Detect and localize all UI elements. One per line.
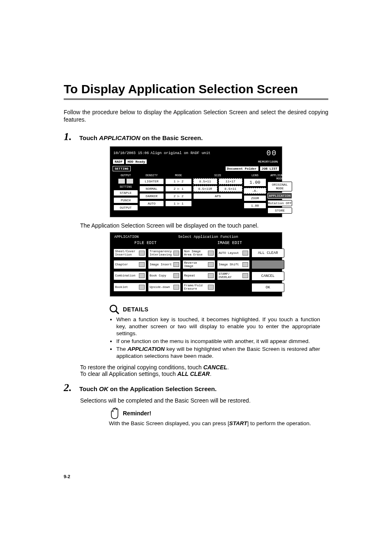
lens-ratio: 1.00 — [244, 178, 266, 187]
btn-size-3[interactable]: 8.5×11R — [193, 186, 217, 192]
header-image-edit: IMAGE EDIT — [179, 240, 280, 246]
btn-booklet[interactable]: Booklet — [113, 283, 146, 292]
col-lens: LENS 1.00 -A- ZOOM 1.00 — [244, 174, 266, 214]
btn-combination[interactable]: Combination — [113, 271, 146, 280]
col-mode: MODE 1 ▷ 2 2 ▷ 1 2 ▷ 2 1 ▷ 1 — [165, 174, 192, 214]
btn-size-2[interactable]: 11×17 — [219, 178, 243, 184]
btn-auto-layout[interactable]: AUTO Layout — [217, 249, 250, 258]
btn-reverse-image[interactable]: Reverse Image — [182, 260, 215, 269]
label-setting: SETTING — [113, 185, 138, 189]
btn-all-clear[interactable]: ALL CLEAR — [251, 249, 284, 258]
col-density: DENSITY LIGHTER NORMAL DARKER AUTO — [139, 174, 164, 214]
hand-icon — [109, 407, 120, 419]
tab-document-folder[interactable]: Document Folder — [225, 166, 259, 171]
btn-stamp-overlay[interactable]: STAMP/ OVERLAY — [217, 271, 250, 280]
magnifier-icon — [109, 304, 120, 315]
btn-application[interactable]: APPLICATION — [267, 193, 292, 199]
step-2-sub: Selections will be completed and the Bas… — [80, 397, 328, 404]
all-clear-keyword: ALL CLEAR — [178, 371, 210, 377]
bs-top-bar: 10/10/2003 15:06 Align original on RADF … — [112, 148, 280, 158]
btn-ok[interactable]: OK — [251, 283, 284, 292]
reminder-label: Reminder! — [123, 410, 151, 417]
tab-setting[interactable]: SETTING — [113, 166, 131, 171]
btn-punch[interactable]: PUNCH — [113, 197, 138, 203]
btn-lighter[interactable]: LIGHTER — [139, 178, 164, 184]
btn-mode-2-2[interactable]: 2 ▷ 2 — [165, 193, 192, 199]
btn-cancel[interactable]: CANCEL — [251, 272, 284, 281]
app-selection-screen-figure: APPLICATION Select Application Function … — [110, 232, 282, 297]
details-label: DETAILS — [123, 306, 148, 313]
step-2-number: 2. — [64, 382, 75, 394]
btn-original-mode[interactable]: ORIGINAL MODE — [267, 182, 292, 191]
bs-tab-row: RADF HDD Ready MEMORY100% — [112, 158, 280, 165]
page-title: To Display Application Selection Screen — [64, 82, 328, 96]
btn-mode-1-2[interactable]: 1 ▷ 2 — [165, 178, 192, 184]
label-mode: MODE — [165, 174, 192, 177]
step-1-number: 1. — [64, 131, 75, 143]
btn-transparency-interleaving[interactable]: Transparency Interleaving — [148, 249, 181, 258]
btn-normal[interactable]: NORMAL — [139, 186, 164, 192]
tab-job-list[interactable]: JOB LIST — [260, 166, 279, 171]
title-rule — [64, 99, 328, 100]
bs-tab-row-2: SETTING Document Folder JOB LIST — [112, 165, 280, 172]
btn-aps[interactable]: APS — [193, 193, 242, 199]
col-output: OUTPUT SETTING STAPLE PUNCH OUTPUT — [113, 174, 138, 214]
btn-staple[interactable]: STAPLE — [113, 190, 138, 196]
col-right: APPLICATION MODE ORIGINAL MODE APPLICATI… — [267, 174, 292, 214]
cancel-keyword: CANCEL — [203, 364, 227, 371]
btn-size-4[interactable]: 8.5×11 — [219, 186, 243, 192]
btn-rotation-off[interactable]: Rotation OFF — [267, 200, 292, 206]
btn-size-1[interactable]: 8.5×11 — [193, 178, 217, 184]
btn-frame-fold-erasure[interactable]: Frame/Fold Erasure — [182, 283, 215, 292]
btn-image-shift[interactable]: Image Shift — [217, 260, 250, 269]
btn-lens-ratio2[interactable]: 1.00 — [244, 203, 266, 209]
empty-cell — [217, 283, 250, 292]
btn-upside-down[interactable]: Upside-down — [148, 283, 181, 292]
label-size: SIZE — [193, 174, 242, 177]
bs-message: Align original on RADF unit — [149, 150, 266, 156]
output-icons — [113, 178, 138, 184]
detail-bullet-2: If one function on the menu is incompati… — [116, 338, 320, 345]
btn-zoom[interactable]: ZOOM — [244, 195, 266, 201]
bs-counter: 00 — [266, 149, 279, 157]
as-title-center: Select Application Function — [178, 235, 238, 239]
label-output: OUTPUT — [113, 174, 138, 177]
detail-bullet-3: The APPLICATION key will be highlighted … — [116, 346, 320, 360]
btn-sheet-cover-insertion[interactable]: Sheet/Cover Insertion — [113, 249, 146, 258]
tab-hdd[interactable]: HDD Ready — [125, 159, 147, 164]
btn-book-copy[interactable]: Book Copy — [148, 271, 181, 280]
tab-radf[interactable]: RADF — [113, 159, 125, 164]
btn-mode-2-1[interactable]: 2 ▷ 1 — [165, 186, 192, 192]
reminder-block: Reminder! With the Basic Screen displaye… — [109, 407, 320, 427]
reminder-text: With the Basic Screen displayed, you can… — [109, 420, 320, 427]
label-density: DENSITY — [139, 174, 164, 177]
step-1-keyword: APPLICATION — [99, 134, 141, 141]
details-heading: DETAILS — [109, 304, 320, 315]
step-1-text: Touch APPLICATION on the Basic Screen. — [79, 134, 203, 141]
btn-auto[interactable]: AUTO — [139, 200, 164, 207]
as-headers: FILE EDIT IMAGE EDIT — [112, 240, 280, 246]
as-top: APPLICATION Select Application Function — [112, 234, 280, 240]
btn-darker[interactable]: DARKER — [139, 193, 164, 199]
step-2-keyword: OK — [99, 385, 108, 392]
btn-output[interactable]: OUTPUT — [113, 205, 138, 211]
step-1-text-a: Touch — [79, 134, 99, 141]
step-1: 1. Touch APPLICATION on the Basic Screen… — [64, 131, 328, 143]
btn-store[interactable]: STORE — [267, 207, 292, 214]
intro-text: Follow the procedure below to display th… — [64, 108, 328, 123]
memory-indicator: MEMORY100% — [148, 160, 279, 164]
btn-image-insert[interactable]: Image Insert — [148, 260, 181, 269]
btn-mode-1-1[interactable]: 1 ▷ 1 — [165, 200, 192, 207]
btn-chapter[interactable]: Chapter — [113, 260, 146, 269]
bs-datetime: 10/10/2003 15:06 — [113, 151, 149, 155]
step-1-text-c: on the Basic Screen. — [141, 134, 203, 141]
basic-screen-figure: 10/10/2003 15:06 Align original on RADF … — [110, 146, 282, 217]
side-spacer — [251, 260, 284, 269]
details-block: DETAILS When a function key is touched, … — [109, 304, 320, 359]
col-size: SIZE 8.5×11 11×17 8.5×11R 8.5×11 APS — [193, 174, 242, 214]
btn-non-image-area-erase[interactable]: Non Image Area Erase — [182, 249, 215, 258]
details-bullets: When a function key is touched, it becom… — [116, 316, 320, 359]
btn-repeat[interactable]: Repeat — [182, 271, 215, 280]
btn-lens-a[interactable]: -A- — [244, 188, 266, 194]
detail-bullet-3-keyword: APPLICATION — [127, 346, 165, 352]
